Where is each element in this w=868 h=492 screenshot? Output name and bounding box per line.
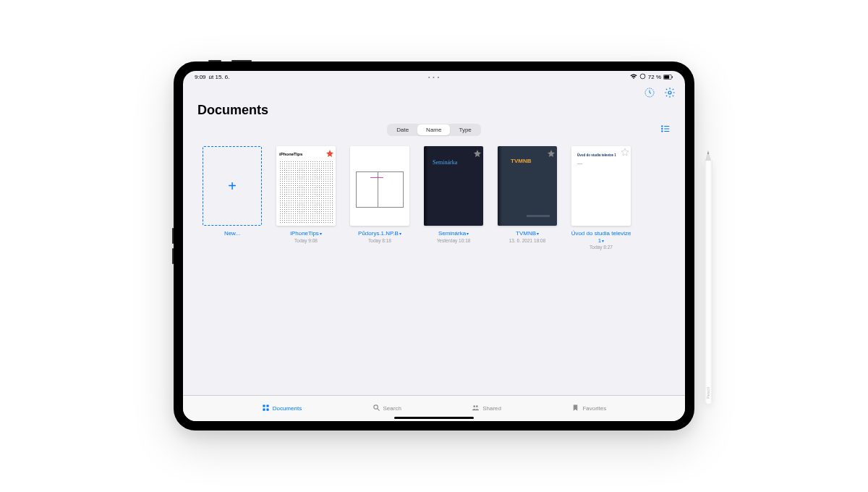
plus-icon: + <box>203 146 262 226</box>
favorite-star-icon[interactable] <box>547 148 556 156</box>
orientation-lock-icon <box>639 73 646 81</box>
document-date: 13. 6. 2021 18:08 <box>509 238 546 243</box>
document-date: Today 9:08 <box>294 238 318 243</box>
sort-segmented-control: Date Name Type <box>387 124 481 136</box>
document-date: Today 8:18 <box>368 238 391 243</box>
grid-icon <box>262 404 270 413</box>
gear-icon[interactable] <box>663 86 676 99</box>
favorite-star-icon[interactable] <box>473 148 482 156</box>
thumbnail-title: Úvod do studia televize 1 <box>577 153 625 158</box>
svg-point-6 <box>662 125 663 126</box>
status-bar: 9:09 út 15. 6. • • • 72 % <box>183 71 685 82</box>
svg-rect-15 <box>266 408 268 410</box>
svg-point-5 <box>668 91 671 94</box>
svg-point-8 <box>662 128 663 129</box>
power-button <box>231 60 252 62</box>
tab-label: Favorites <box>582 405 606 412</box>
chevron-down-icon: ▾ <box>320 232 322 236</box>
thumbnail-label: Seminárka <box>433 159 457 166</box>
volume-up-button <box>172 228 174 244</box>
apple-pencil: Pencil <box>704 150 712 404</box>
document-thumbnail: Seminárka <box>424 146 483 226</box>
document-item[interactable]: Úvod do studia televize 1 —— Úvod do stu… <box>569 146 633 250</box>
pencil-label: Pencil <box>706 387 710 399</box>
tab-shared[interactable]: Shared <box>472 404 501 413</box>
multitask-dots[interactable]: • • • <box>428 75 440 80</box>
document-date: Today 8:27 <box>590 245 613 250</box>
chevron-down-icon: ▾ <box>467 232 469 236</box>
svg-line-17 <box>377 409 379 411</box>
tab-label: Search <box>383 405 401 412</box>
document-item[interactable]: iPhoneTips iPhoneTips▾ Today 9:08 <box>274 146 338 243</box>
favorite-star-icon[interactable] <box>621 148 629 156</box>
svg-point-10 <box>662 130 663 131</box>
page-title: Documents <box>183 103 685 124</box>
tab-documents[interactable]: Documents <box>262 404 302 413</box>
svg-rect-12 <box>263 404 265 407</box>
new-document-label: New... <box>224 230 240 237</box>
svg-rect-3 <box>672 76 673 77</box>
tab-label: Documents <box>273 405 302 412</box>
people-icon <box>472 404 480 413</box>
svg-rect-2 <box>664 75 669 79</box>
top-button <box>208 60 221 62</box>
document-name[interactable]: Úvod do studia televize 1▾ <box>569 230 633 244</box>
svg-rect-13 <box>266 404 268 407</box>
tab-label: Shared <box>482 405 501 412</box>
favorite-star-icon[interactable] <box>326 148 334 156</box>
wifi-icon <box>630 74 637 80</box>
svg-point-16 <box>373 405 378 410</box>
document-thumbnail: iPhoneTips <box>276 146 336 226</box>
top-toolbar <box>183 82 685 103</box>
svg-rect-14 <box>263 408 265 410</box>
document-item[interactable]: TVMNB TVMNB▾ 13. 6. 2021 18:08 <box>495 146 559 243</box>
battery-icon <box>663 75 673 80</box>
chevron-down-icon: ▾ <box>537 232 539 236</box>
documents-grid: + New... iPhoneTips iPhoneTips▾ Today 9:… <box>183 143 685 395</box>
sort-name[interactable]: Name <box>417 124 450 135</box>
status-date: út 15. 6. <box>209 74 230 80</box>
status-time: 9:09 <box>195 74 206 80</box>
bookmark-icon <box>571 404 579 413</box>
thumbnail-subtitle: —— <box>577 162 625 166</box>
new-document-tile[interactable]: + New... <box>200 146 264 237</box>
chevron-down-icon: ▾ <box>602 239 604 243</box>
document-name[interactable]: TVMNB▾ <box>516 230 539 237</box>
chevron-down-icon: ▾ <box>399 232 401 236</box>
ipad-device-frame: 9:09 út 15. 6. • • • 72 % <box>174 62 694 430</box>
list-view-icon[interactable] <box>660 124 671 137</box>
svg-point-18 <box>474 405 476 407</box>
sort-date[interactable]: Date <box>388 124 417 135</box>
thumbnail-label: TVMNB <box>511 158 531 164</box>
search-icon <box>373 404 380 413</box>
tab-search[interactable]: Search <box>373 404 401 413</box>
status-battery-percent: 72 % <box>648 74 661 80</box>
ipad-screen: 9:09 út 15. 6. • • • 72 % <box>183 71 685 421</box>
document-date: Yesterday 10:18 <box>437 238 471 243</box>
tab-favorites[interactable]: Favorites <box>571 404 606 413</box>
document-thumbnail <box>350 146 409 226</box>
svg-point-19 <box>476 405 478 407</box>
document-item[interactable]: Půdorys.1.NP.B▾ Today 8:18 <box>348 146 412 243</box>
home-indicator[interactable] <box>394 417 474 419</box>
document-thumbnail: TVMNB <box>498 146 557 226</box>
timer-icon[interactable] <box>643 86 656 99</box>
document-name[interactable]: Půdorys.1.NP.B▾ <box>358 230 401 237</box>
sort-type[interactable]: Type <box>450 124 480 135</box>
volume-down-button <box>172 248 174 264</box>
document-name[interactable]: iPhoneTips▾ <box>290 230 322 237</box>
document-thumbnail: Úvod do studia televize 1 —— <box>571 146 631 226</box>
document-name[interactable]: Seminárka▾ <box>438 230 469 237</box>
sort-row: Date Name Type <box>183 124 685 143</box>
document-item[interactable]: Seminárka Seminárka▾ Yesterday 10:18 <box>422 146 485 243</box>
